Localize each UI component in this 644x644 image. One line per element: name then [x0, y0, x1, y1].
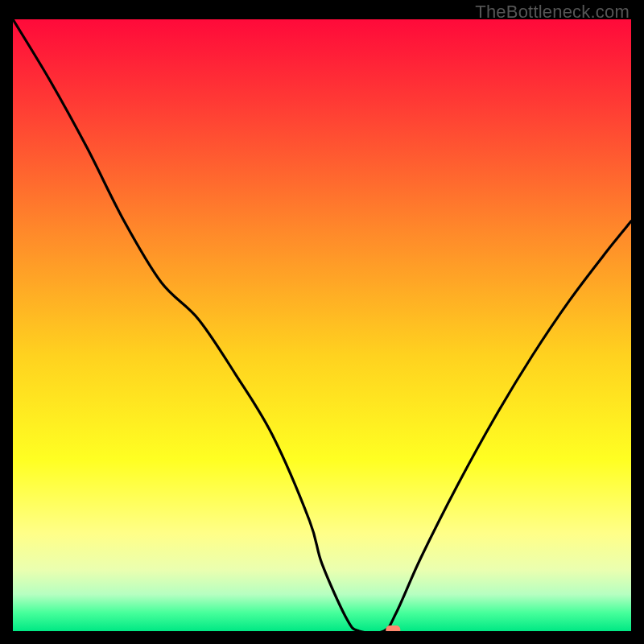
chart-svg	[13, 19, 631, 631]
gradient-background	[13, 19, 631, 631]
minimum-marker	[386, 625, 400, 631]
chart-frame	[13, 19, 631, 631]
watermark-text: TheBottleneck.com	[475, 2, 630, 23]
